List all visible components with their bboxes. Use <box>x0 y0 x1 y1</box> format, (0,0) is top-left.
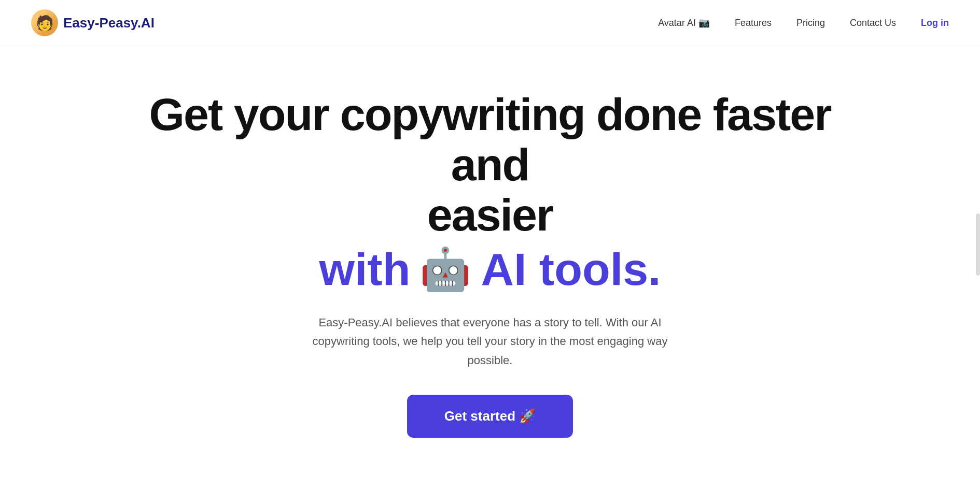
get-started-button[interactable]: Get started 🚀 <box>407 395 573 438</box>
hero-accent-suffix: AI tools. <box>481 242 661 297</box>
logo-text: Easy-Peasy.AI <box>63 15 155 31</box>
hero-title-line2: easier <box>127 190 853 240</box>
nav-item-avatar-ai[interactable]: Avatar AI 📷 <box>658 17 710 28</box>
robot-emoji-icon: 🤖 <box>419 244 471 294</box>
hero-title-accent: with 🤖 AI tools. <box>127 242 853 297</box>
nav-item-features[interactable]: Features <box>735 18 772 28</box>
logo-icon: 🧑 <box>31 9 58 36</box>
nav-item-contact-us[interactable]: Contact Us <box>850 18 896 28</box>
hero-title-line1: Get your copywriting done faster and <box>127 90 853 190</box>
nav-login-button[interactable]: Log in <box>921 18 949 28</box>
logo[interactable]: 🧑 Easy-Peasy.AI <box>31 9 155 36</box>
hero-title: Get your copywriting done faster and eas… <box>127 90 853 297</box>
nav-item-pricing[interactable]: Pricing <box>796 18 825 28</box>
hero-subtitle: Easy-Peasy.AI believes that everyone has… <box>298 313 682 370</box>
hero-accent-prefix: with <box>319 242 410 297</box>
hero-section: Get your copywriting done faster and eas… <box>0 46 980 471</box>
navbar: 🧑 Easy-Peasy.AI Avatar AI 📷 Features Pri… <box>0 0 980 46</box>
scrollbar[interactable] <box>976 213 980 276</box>
nav-links: Avatar AI 📷 Features Pricing Contact Us … <box>658 17 949 28</box>
